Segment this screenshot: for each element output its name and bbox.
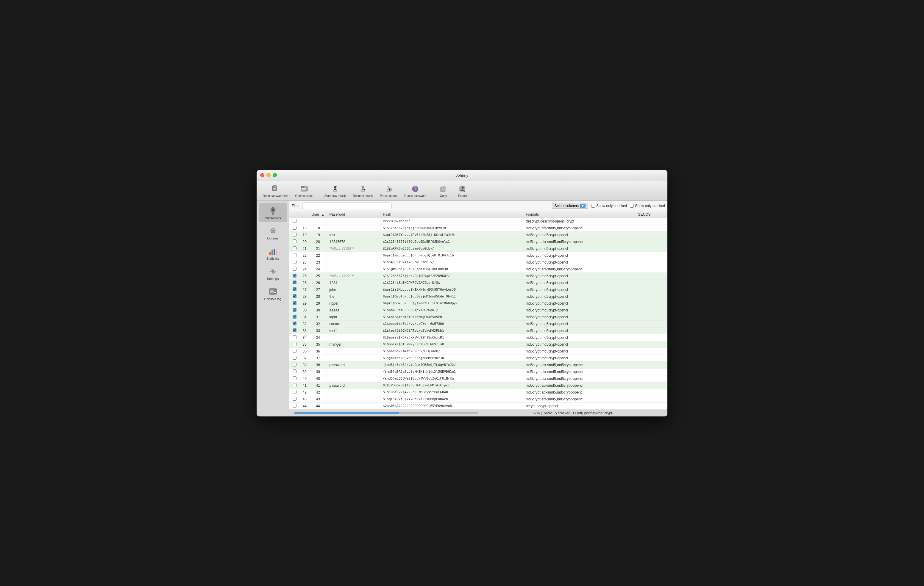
- select-columns-arrow-icon: ▼: [580, 204, 586, 208]
- row-checkbox[interactable]: [293, 321, 297, 326]
- row-checkbox[interactable]: [293, 328, 297, 332]
- row-checkbox[interactable]: [293, 342, 297, 346]
- table-row: 3232canard$1$pouet$/Ecz/vyk.zCYvrr6wB78h…: [289, 320, 667, 327]
- maximize-button[interactable]: [273, 173, 277, 177]
- show-only-cracked-label[interactable]: Show only cracked: [630, 204, 665, 208]
- row-checkbox-cell: [289, 225, 300, 231]
- row-checkbox[interactable]: [293, 239, 297, 243]
- row-checkbox[interactable]: [293, 301, 297, 305]
- start-new-attack-button[interactable]: Start new attack: [322, 183, 349, 199]
- row-checkbox-cell: [289, 245, 300, 252]
- guess-password-icon: ?: [411, 184, 420, 194]
- row-number: 27: [300, 286, 309, 293]
- table-row: 3636$1$bas$qvkmmWnVHRCSv/6LQ1doH/md5cryp…: [289, 348, 667, 355]
- row-checkbox[interactable]: [293, 369, 297, 373]
- row-checkbox[interactable]: [293, 315, 297, 319]
- sidebar-item-options-label: Options: [267, 237, 279, 240]
- row-checkbox[interactable]: [293, 219, 297, 223]
- open-password-file-button[interactable]: Open password file: [259, 183, 291, 199]
- row-formats: md5crypt,aix-smd5,md5crypt-opencl: [523, 368, 635, 375]
- row-checkbox[interactable]: [293, 246, 297, 250]
- minimize-button[interactable]: [266, 173, 271, 177]
- row-checkbox[interactable]: [293, 308, 297, 312]
- row-password: 12345678: [327, 238, 380, 245]
- col-row-num: [300, 211, 309, 218]
- row-checkbox[interactable]: [293, 280, 297, 285]
- open-session-button[interactable]: Open session: [292, 183, 317, 199]
- row-user: 38: [309, 361, 327, 368]
- row-formats: md5crypt,md5crypt-opencl: [523, 272, 635, 279]
- row-checkbox-cell: [289, 272, 300, 279]
- col-gecos[interactable]: GECOS: [635, 211, 667, 218]
- row-password: password: [327, 361, 380, 368]
- row-password: [327, 218, 380, 225]
- export-button[interactable]: ▾ Export: [454, 183, 471, 199]
- row-checkbox[interactable]: [293, 226, 297, 230]
- table-row: 3535manger$1$boire$gf.YM2y3lnYEu9.NbVr.v…: [289, 341, 667, 348]
- table-row: 3838password{smd5}s8/xSJ/v$uGam4GB8hOjTL…: [289, 361, 667, 368]
- row-checkbox[interactable]: [293, 356, 297, 360]
- row-checkbox[interactable]: [293, 376, 297, 380]
- row-password: [327, 259, 380, 266]
- row-checkbox[interactable]: [293, 274, 297, 278]
- row-checkbox[interactable]: [293, 287, 297, 291]
- col-password[interactable]: Password: [327, 211, 380, 218]
- row-checkbox[interactable]: [293, 362, 297, 367]
- row-checkbox[interactable]: [293, 397, 297, 401]
- toolbar: Open password file Open session: [257, 181, 667, 201]
- row-checkbox[interactable]: [293, 260, 297, 264]
- svg-point-35: [272, 209, 274, 211]
- pause-attack-button[interactable]: Pause attack: [377, 183, 400, 199]
- row-password: [327, 252, 380, 259]
- row-checkbox[interactable]: [293, 404, 297, 408]
- show-only-checked-label[interactable]: Show only checked: [591, 204, 627, 208]
- svg-point-38: [272, 230, 274, 232]
- guess-password-label: Guess password: [404, 194, 426, 198]
- svg-rect-1: [274, 186, 277, 188]
- row-user: 43: [309, 396, 327, 402]
- sidebar-item-options[interactable]: Options: [259, 224, 287, 242]
- resume-attack-button[interactable]: Resume attack: [350, 183, 376, 199]
- svg-rect-6: [301, 186, 304, 188]
- row-number: 33: [300, 327, 309, 334]
- row-formats: md5crypt,aix-smd5,md5crypt-opencl: [523, 375, 635, 382]
- sidebar-item-passwords[interactable]: Passwords: [259, 203, 287, 222]
- table-row: 2222$apr1$a2Jqm...$grFrwEgiQleDr0zR4Jx1b…: [289, 252, 667, 259]
- close-button[interactable]: [260, 173, 264, 177]
- password-table-container[interactable]: User ▲ Password Hash Formats GECOS xxx2O…: [289, 211, 667, 410]
- row-hash: $1$boire$gf.YM2y3lnYEu9.NbVr.v0: [380, 341, 523, 348]
- row-user: 31: [309, 314, 327, 320]
- row-checkbox[interactable]: [293, 390, 297, 394]
- sidebar-item-console-log[interactable]: ▶ Console log: [259, 284, 287, 303]
- window-title: Johnny: [456, 173, 468, 178]
- row-hash: $apr1$GBx.D/...$yfVeeYFCliEXInfRhBRpy/: [380, 300, 523, 307]
- select-columns-button[interactable]: Select columns ▼: [552, 203, 588, 209]
- row-checkbox[interactable]: [293, 294, 297, 298]
- col-user[interactable]: User ▲: [309, 211, 327, 218]
- row-gecos: [635, 402, 667, 409]
- row-checkbox[interactable]: [293, 349, 297, 353]
- row-password: canard: [327, 320, 380, 327]
- row-gecos: [635, 389, 667, 396]
- svg-point-18: [387, 186, 390, 188]
- row-password: aaaaa: [327, 307, 380, 314]
- sidebar-item-statistics[interactable]: Statistics: [259, 244, 287, 263]
- sidebar-item-settings[interactable]: Settings: [259, 264, 287, 283]
- row-checkbox[interactable]: [293, 233, 297, 237]
- show-only-cracked-checkbox[interactable]: [630, 204, 634, 207]
- copy-button[interactable]: Copy: [434, 183, 452, 199]
- row-password: [327, 266, 380, 272]
- row-checkbox[interactable]: [293, 383, 297, 387]
- col-hash[interactable]: Hash: [380, 211, 523, 218]
- guess-password-button[interactable]: ? Guess password: [401, 183, 429, 199]
- filter-input[interactable]: [302, 202, 391, 209]
- show-only-checked-checkbox[interactable]: [591, 204, 595, 207]
- row-checkbox-cell: [289, 266, 300, 272]
- row-checkbox[interactable]: [293, 335, 297, 339]
- row-checkbox[interactable]: [293, 267, 297, 271]
- row-user: 44: [309, 402, 327, 409]
- col-formats[interactable]: Formats: [523, 211, 635, 218]
- row-gecos: [635, 334, 667, 341]
- row-checkbox[interactable]: [293, 253, 297, 257]
- row-number: 39: [300, 368, 309, 375]
